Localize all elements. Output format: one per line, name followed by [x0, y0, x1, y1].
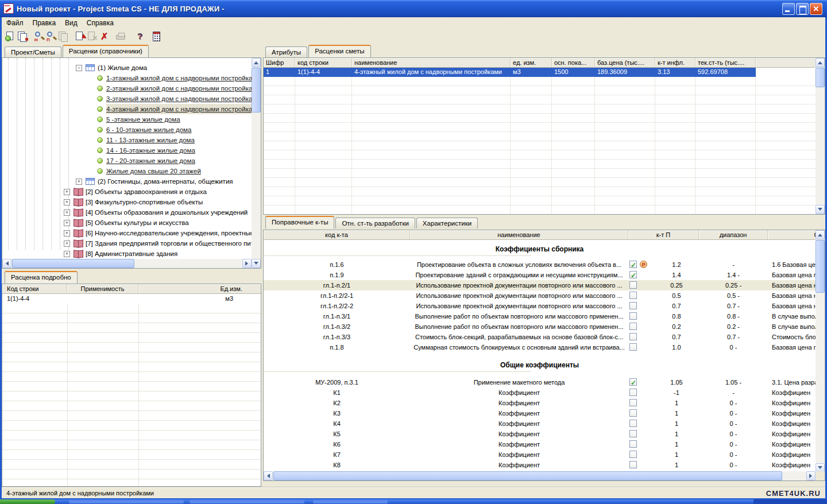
- tab-Расценки сметы[interactable]: Расценки сметы: [308, 45, 371, 57]
- coefficient-row[interactable]: К5Коэффициент10 -Коэффициен: [264, 429, 816, 439]
- tab-Поправочные к-ты[interactable]: Поправочные к-ты: [265, 216, 334, 228]
- taskbar-item[interactable]: [190, 500, 304, 503]
- coefficient-row[interactable]: К1Коэффициент-1-Коэффициен: [264, 387, 816, 398]
- apply-checkbox[interactable]: [629, 461, 637, 468]
- coefficient-row[interactable]: К8Коэффициент10 -Коэффициен: [264, 460, 816, 470]
- tab-Отн. ст-ть разработки[interactable]: Отн. ст-ть разработки: [335, 218, 415, 228]
- new-project-icon[interactable]: [5, 30, 17, 42]
- apply-checkbox[interactable]: [629, 302, 637, 309]
- expand-icon[interactable]: +: [64, 189, 70, 195]
- coef-horizontal-scrollbar[interactable]: [264, 471, 816, 480]
- coefficient-row[interactable]: гл.1-п.2/2-2Использование проектной доку…: [264, 301, 816, 311]
- coef-vertical-scrollbar[interactable]: [816, 230, 825, 472]
- maximize-button[interactable]: [796, 3, 809, 15]
- scroll-up-button[interactable]: [816, 230, 825, 239]
- apply-checkbox[interactable]: [629, 312, 637, 320]
- tree-item[interactable]: +[4] Объекты образования и дошкольных уч…: [2, 207, 252, 218]
- apply-checkbox[interactable]: [629, 420, 637, 427]
- apply-checkbox[interactable]: [629, 323, 637, 330]
- scroll-up-button[interactable]: [816, 58, 825, 67]
- cut-icon[interactable]: [98, 30, 110, 42]
- apply-checkbox[interactable]: [629, 271, 637, 278]
- tree-item[interactable]: +[6] Научно-исследовательские учреждения…: [2, 228, 252, 238]
- expand-icon[interactable]: +: [64, 230, 70, 237]
- column-header[interactable]: Применимость: [67, 284, 138, 293]
- scroll-left-button[interactable]: [2, 259, 11, 268]
- coef-vscroll-thumb[interactable]: [816, 240, 825, 293]
- tree-item[interactable]: 5 -этажные жилые дома: [2, 114, 252, 125]
- tree-item[interactable]: +[3] Физкультурно-спортивные объекты: [2, 197, 252, 207]
- tree-item[interactable]: 3-этажный жилой дом с надворными построй…: [2, 94, 252, 104]
- tree-item[interactable]: 17 - 20-этажные жилые дома: [2, 156, 252, 166]
- expand-icon[interactable]: +: [76, 179, 82, 185]
- help-icon[interactable]: [134, 30, 146, 42]
- detail-table-row[interactable]: 1(1)-4-4 м3: [2, 294, 261, 304]
- menu-Справка[interactable]: Справка: [82, 18, 118, 28]
- tree-item[interactable]: 4-этажный жилой дом с надворными построй…: [2, 104, 252, 114]
- expand-icon[interactable]: +: [64, 210, 70, 216]
- tree-item[interactable]: 2-этажный жилой дом с надворными построй…: [2, 83, 252, 94]
- apply-checkbox[interactable]: [629, 389, 637, 396]
- coefficient-row[interactable]: К4Коэффициент10 -Коэффициен: [264, 418, 816, 429]
- scroll-left-button[interactable]: [264, 471, 273, 480]
- column-header[interactable]: наименование: [410, 230, 628, 239]
- column-header[interactable]: к-т П: [628, 230, 699, 239]
- copy-icon[interactable]: [17, 30, 29, 42]
- coefficient-row[interactable]: п.1.8Суммарная стоимость блокируемых с о…: [264, 342, 816, 352]
- column-header[interactable]: диапазон: [699, 230, 768, 239]
- calculator-icon[interactable]: [150, 30, 163, 42]
- coefficient-row[interactable]: К6Коэффициент10 -Коэффициен: [264, 439, 816, 449]
- tree-item[interactable]: −(1) Жилые дома: [2, 63, 252, 73]
- close-button[interactable]: [810, 3, 822, 15]
- column-header[interactable]: код к-та: [264, 230, 410, 239]
- apply-checkbox[interactable]: [629, 292, 637, 299]
- column-header[interactable]: баз.цена (тыс....: [595, 58, 655, 67]
- apply-checkbox[interactable]: [629, 451, 637, 458]
- coefficient-row[interactable]: п.1.9Проектирование зданий с ограждающим…: [264, 270, 816, 280]
- expand-icon[interactable]: +: [64, 199, 70, 206]
- taskbar-item[interactable]: [69, 500, 184, 503]
- tree-item[interactable]: +[5] Объекты культуры и искусства: [2, 218, 252, 228]
- coefficient-row[interactable]: п.1.6Проектирование объекта в сложных ус…: [264, 259, 816, 270]
- tree-item[interactable]: 11 - 13-этажные жилые дома: [2, 135, 252, 145]
- column-header[interactable]: код строки: [295, 58, 352, 67]
- coefficient-row[interactable]: гл.1-п.3/1Выполнение работ по объектам п…: [264, 311, 816, 321]
- coefficient-row[interactable]: гл.1-п.2/1Использование проектной докуме…: [264, 280, 816, 290]
- scroll-up-button[interactable]: [252, 58, 261, 67]
- tree-item[interactable]: 14 - 16-этажные жилые дома: [2, 145, 252, 156]
- coefficient-row[interactable]: К3Коэффициент10 -Коэффициен: [264, 408, 816, 418]
- insert-row-icon[interactable]: [74, 30, 86, 42]
- column-header[interactable]: Код строки: [2, 284, 67, 293]
- expand-icon[interactable]: +: [64, 220, 70, 226]
- tree-item[interactable]: 6 - 10-этажные жилые дома: [2, 125, 252, 135]
- apply-checkbox[interactable]: [629, 440, 637, 448]
- tab-Характеристики[interactable]: Характеристики: [416, 218, 478, 228]
- tree-vscroll-thumb[interactable]: [252, 68, 261, 113]
- coefficient-row[interactable]: гл.1-п.2/2-1Использование проектной доку…: [264, 290, 816, 301]
- tree-vertical-scrollbar[interactable]: [252, 58, 261, 268]
- scroll-down-button[interactable]: [252, 259, 261, 268]
- search-r-icon[interactable]: П: [45, 30, 57, 42]
- taskbar-item[interactable]: [313, 500, 388, 503]
- estimate-vscroll-thumb[interactable]: [816, 68, 825, 87]
- tab-Расценки (справочники)[interactable]: Расценки (справочники): [63, 45, 149, 57]
- column-header[interactable]: к-т инфл.: [655, 58, 695, 67]
- expand-icon[interactable]: +: [64, 251, 70, 257]
- apply-checkbox[interactable]: [629, 281, 637, 289]
- collapse-icon[interactable]: −: [76, 65, 82, 71]
- tree-item[interactable]: +(2) Гостиницы, дома-интернаты, общежити…: [2, 176, 252, 187]
- tree-horizontal-scrollbar[interactable]: [2, 259, 252, 268]
- coefficient-row[interactable]: К2Коэффициент10 -Коэффициен: [264, 398, 816, 408]
- tree-item[interactable]: +[8] Административные здания: [2, 249, 252, 259]
- menu-Файл[interactable]: Файл: [2, 18, 28, 28]
- apply-checkbox[interactable]: [629, 261, 637, 268]
- tab-Атрибуты[interactable]: Атрибуты: [265, 46, 307, 57]
- apply-checkbox[interactable]: [629, 399, 637, 406]
- search-h-icon[interactable]: Н: [33, 30, 45, 42]
- tree-item[interactable]: Жилые дома свыше 20 этажей: [2, 166, 252, 176]
- tree-item[interactable]: 1-этажный жилой дом с надворными построй…: [2, 73, 252, 83]
- tree-hscroll-thumb[interactable]: [12, 259, 134, 268]
- expand-icon[interactable]: +: [64, 241, 70, 247]
- menu-Правка[interactable]: Правка: [28, 18, 61, 28]
- scroll-right-button[interactable]: [806, 471, 816, 480]
